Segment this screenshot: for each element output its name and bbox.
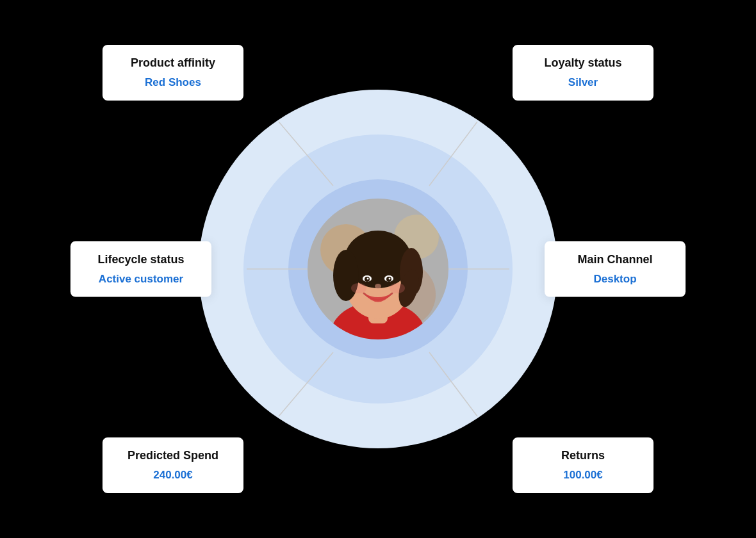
loyalty-status-label: Loyalty status (530, 56, 636, 70)
product-affinity-label: Product affinity (120, 56, 226, 70)
returns-card: Returns 100.00€ (513, 437, 653, 493)
predicted-spend-value: 240.00€ (120, 469, 226, 482)
predicted-spend-card: Predicted Spend 240.00€ (103, 437, 243, 493)
returns-value: 100.00€ (530, 469, 636, 482)
returns-label: Returns (530, 449, 636, 462)
loyalty-status-value: Silver (530, 76, 636, 89)
svg-point-21 (367, 278, 369, 280)
loyalty-status-card: Loyalty status Silver (513, 45, 653, 101)
main-channel-label: Main Channel (563, 253, 668, 266)
lifecycle-status-value: Active customer (88, 273, 193, 286)
predicted-spend-label: Predicted Spend (120, 449, 226, 462)
product-affinity-card: Product affinity Red Shoes (103, 45, 243, 101)
lifecycle-status-card: Lifecycle status Active customer (70, 241, 211, 297)
svg-point-25 (390, 283, 405, 293)
svg-point-24 (351, 283, 366, 293)
svg-point-22 (389, 278, 391, 280)
main-channel-value: Desktop (563, 273, 668, 286)
svg-point-23 (375, 284, 381, 289)
avatar (308, 199, 448, 339)
main-channel-card: Main Channel Desktop (545, 241, 686, 297)
diagram-container: Product affinity Red Shoes Loyalty statu… (90, 19, 666, 519)
product-affinity-value: Red Shoes (120, 76, 226, 89)
lifecycle-status-label: Lifecycle status (88, 253, 193, 266)
svg-point-14 (333, 250, 359, 301)
